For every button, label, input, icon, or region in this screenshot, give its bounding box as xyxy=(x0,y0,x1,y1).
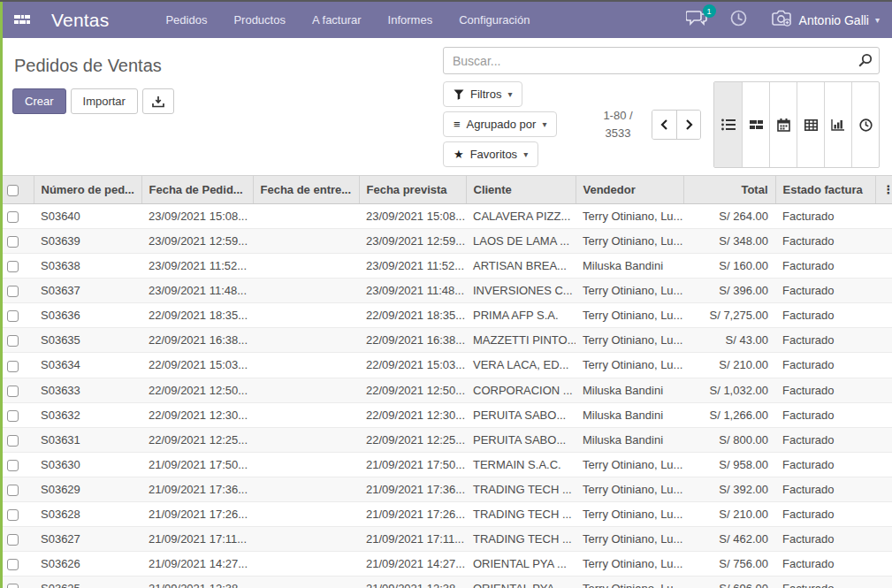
column-header-order-date[interactable]: Fecha de Pedid... xyxy=(141,176,253,204)
window-left-accent-stripe xyxy=(0,0,3,588)
chevron-left-icon xyxy=(660,119,668,130)
row-checkbox[interactable] xyxy=(7,361,19,372)
cell-customer: TRADING TECH ... xyxy=(466,526,576,551)
cell-total: S/ 696.00 xyxy=(683,577,775,588)
nav-menu-productos[interactable]: Productos xyxy=(233,13,286,27)
orders-table: Número de ped... Fecha de Pedid... Fecha… xyxy=(0,175,892,588)
cell-customer: TRADING TECH ... xyxy=(466,477,576,501)
nav-menu-a-facturar[interactable]: A facturar xyxy=(312,13,362,27)
column-header-expected-date[interactable]: Fecha prevista xyxy=(359,176,466,204)
table-row[interactable]: S03627 21/09/2021 17:11... 21/09/2021 17… xyxy=(0,526,892,551)
pager-previous-button[interactable] xyxy=(652,111,676,139)
nav-menu-informes[interactable]: Informes xyxy=(388,13,433,27)
groupby-dropdown[interactable]: ≡ Agrupado por ▾ xyxy=(443,111,557,137)
column-header-delivery-date[interactable]: Fecha de entre... xyxy=(253,176,359,204)
view-graph-button[interactable] xyxy=(824,82,851,167)
table-row[interactable]: S03630 21/09/2021 17:50... 21/09/2021 17… xyxy=(0,452,892,477)
funnel-icon xyxy=(454,89,464,100)
cell-customer: TRADING TECH ... xyxy=(466,501,576,526)
cell-delivery-date xyxy=(253,577,359,588)
table-row[interactable]: S03633 22/09/2021 12:50... 22/09/2021 12… xyxy=(0,378,892,402)
cell-order-date: 23/09/2021 11:52... xyxy=(141,254,253,279)
cell-salesperson: Miluska Bandini xyxy=(576,254,683,279)
activities-button[interactable] xyxy=(730,10,747,30)
row-checkbox[interactable] xyxy=(7,335,19,347)
cell-invoice-status: Facturado xyxy=(775,477,875,501)
row-checkbox[interactable] xyxy=(7,534,19,546)
row-checkbox[interactable] xyxy=(7,386,19,397)
pager-next-button[interactable] xyxy=(676,111,700,139)
cell-customer: PERUITA SABO... xyxy=(466,427,576,452)
table-row[interactable]: S03639 23/09/2021 12:59... 23/09/2021 12… xyxy=(0,229,892,254)
cell-delivery-date xyxy=(253,353,359,378)
row-checkbox[interactable] xyxy=(7,410,19,422)
row-checkbox[interactable] xyxy=(7,485,19,496)
nav-menu-pedidos[interactable]: Pedidos xyxy=(165,13,207,27)
page-title: Pedidos de Ventas xyxy=(14,56,174,76)
row-checkbox[interactable] xyxy=(7,211,19,223)
search-input[interactable] xyxy=(443,47,880,74)
row-checkbox[interactable] xyxy=(7,559,19,570)
cell-order-number: S03629 xyxy=(34,477,141,501)
column-header-number[interactable]: Número de ped... xyxy=(34,176,141,204)
create-button[interactable]: Crear xyxy=(12,88,66,114)
cell-order-date: 22/09/2021 16:38... xyxy=(141,328,253,353)
column-header-customer[interactable]: Cliente xyxy=(466,176,576,204)
table-row[interactable]: S03628 21/09/2021 17:26... 21/09/2021 17… xyxy=(0,501,892,526)
view-list-button[interactable] xyxy=(714,82,742,167)
row-checkbox[interactable] xyxy=(7,310,19,322)
table-row[interactable]: S03636 22/09/2021 18:35... 22/09/2021 18… xyxy=(0,303,892,328)
row-checkbox[interactable] xyxy=(7,509,19,521)
table-row[interactable]: S03634 22/09/2021 15:03... 22/09/2021 15… xyxy=(0,353,892,378)
messages-button[interactable]: 1 xyxy=(686,11,707,29)
optional-columns-button[interactable]: ⋮ xyxy=(875,176,892,204)
row-checkbox[interactable] xyxy=(7,261,19,272)
control-panel: Pedidos de Ventas Crear Importar xyxy=(0,38,892,168)
table-row[interactable]: S03637 23/09/2021 11:48... 23/09/2021 11… xyxy=(0,279,892,303)
column-header-salesperson[interactable]: Vendedor xyxy=(576,176,683,204)
chevron-down-icon: ▾ xyxy=(523,149,528,159)
table-row[interactable]: S03631 22/09/2021 12:25... 22/09/2021 12… xyxy=(0,427,892,452)
chevron-down-icon: ▾ xyxy=(542,119,546,129)
cell-delivery-date xyxy=(253,229,359,254)
cell-order-date: 22/09/2021 12:30... xyxy=(141,402,253,427)
view-pivot-button[interactable] xyxy=(797,82,824,167)
view-activity-button[interactable] xyxy=(851,82,879,167)
cell-expected-date: 21/09/2021 17:50... xyxy=(359,452,466,477)
cell-salesperson: Miluska Bandini xyxy=(576,402,683,427)
favorites-dropdown[interactable]: ★ Favoritos ▾ xyxy=(443,141,538,167)
table-row[interactable]: S03626 21/09/2021 14:27... 21/09/2021 14… xyxy=(0,551,892,576)
cell-order-number: S03635 xyxy=(34,328,141,353)
table-row[interactable]: S03629 21/09/2021 17:36... 21/09/2021 17… xyxy=(0,477,892,501)
table-row[interactable]: S03625 21/09/2021 12:38... 21/09/2021 12… xyxy=(0,577,892,588)
cell-expected-date: 22/09/2021 12:25... xyxy=(359,427,466,452)
cell-order-date: 23/09/2021 15:08... xyxy=(141,204,253,229)
column-header-invoice-status[interactable]: Estado factura xyxy=(775,176,875,204)
row-checkbox[interactable] xyxy=(7,435,19,447)
table-row[interactable]: S03638 23/09/2021 11:52... 23/09/2021 11… xyxy=(0,254,892,279)
view-kanban-button[interactable] xyxy=(742,82,769,167)
table-row[interactable]: S03632 22/09/2021 12:30... 22/09/2021 12… xyxy=(0,402,892,427)
cell-salesperson: Terry Otiniano, Lu... xyxy=(576,526,683,551)
cell-invoice-status: Facturado xyxy=(775,378,875,402)
import-button[interactable]: Importar xyxy=(71,88,138,114)
filters-dropdown[interactable]: Filtros ▾ xyxy=(443,81,522,107)
cell-customer: ORIENTAL PYA ... xyxy=(466,551,576,576)
row-checkbox[interactable] xyxy=(7,286,19,297)
user-menu[interactable]: Antonio Galli ▾ xyxy=(770,10,880,31)
search-icon[interactable] xyxy=(858,53,873,72)
cell-invoice-status: Facturado xyxy=(775,427,875,452)
row-checkbox[interactable] xyxy=(7,584,19,588)
select-all-checkbox[interactable] xyxy=(7,185,19,196)
table-row[interactable]: S03640 23/09/2021 15:08... 23/09/2021 15… xyxy=(0,204,892,229)
column-header-total[interactable]: Total xyxy=(683,176,775,204)
row-checkbox[interactable] xyxy=(7,236,19,248)
cell-invoice-status: Facturado xyxy=(775,254,875,279)
row-checkbox[interactable] xyxy=(7,460,19,471)
view-calendar-button[interactable] xyxy=(769,82,797,167)
export-button[interactable] xyxy=(142,88,174,114)
table-row[interactable]: S03635 22/09/2021 16:38... 22/09/2021 16… xyxy=(0,328,892,353)
nav-menu-configuracion[interactable]: Configuración xyxy=(459,13,530,27)
apps-menu-icon[interactable] xyxy=(11,9,34,32)
cell-expected-date: 23/09/2021 15:08... xyxy=(359,204,466,229)
